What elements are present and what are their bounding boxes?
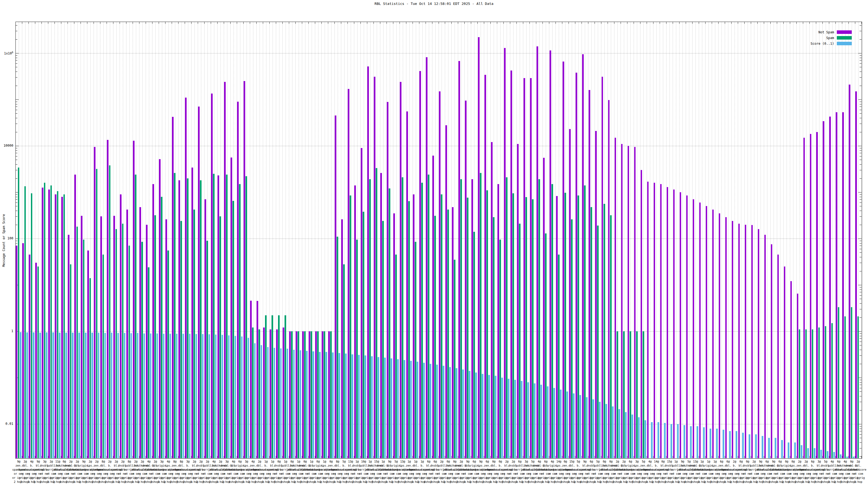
y-tick-label: 1x106 bbox=[0, 51, 13, 55]
y-tick-label: 0.01 bbox=[0, 422, 13, 426]
plot-border bbox=[16, 22, 862, 459]
legend-swatch-not-spam bbox=[837, 30, 852, 34]
legend-row-spam: Spam bbox=[826, 35, 852, 39]
legend-row-score: Score (0..1) bbox=[810, 41, 852, 44]
legend-label-not-spam: Not Spam bbox=[818, 30, 834, 34]
legend-row-not-spam: Not Spam bbox=[818, 29, 852, 33]
legend-label-score: Score (0..1) bbox=[810, 42, 834, 45]
legend-label-spam: Spam bbox=[826, 36, 834, 40]
rbl-statistics-chart: RBL Statistics - Tue Oct 14 12:58:01 EDT… bbox=[0, 0, 868, 488]
y-tick-label: 100 bbox=[0, 236, 13, 240]
y-tick-label: 1 bbox=[0, 329, 13, 333]
x-tick-label: 2@ubl.unsubscoreor comor igrig1 hop bbox=[850, 459, 866, 484]
y-tick-label: 10000 bbox=[0, 144, 13, 148]
y-axis-title: Message Count or Spam Score bbox=[2, 210, 6, 270]
legend-swatch-spam bbox=[837, 36, 852, 40]
chart-title: RBL Statistics - Tue Oct 14 12:58:01 EDT… bbox=[0, 2, 868, 6]
legend-swatch-score bbox=[837, 42, 852, 45]
